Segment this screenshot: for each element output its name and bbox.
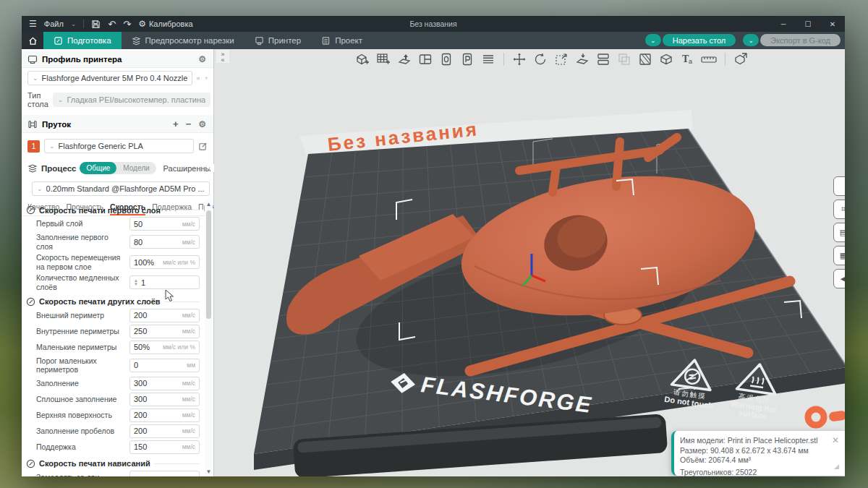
printer-icon [255, 36, 264, 46]
text-tool-icon[interactable]: Ta [679, 51, 695, 67]
printer-select[interactable]: ⌄ Flashforge Adventurer 5M Pro 0.4 Nozzl… [27, 71, 192, 85]
advanced-label: Расширенный [163, 164, 216, 173]
assistant-glyph[interactable] [808, 409, 845, 425]
auto-orient-icon[interactable] [396, 51, 412, 67]
process-scope-toggle[interactable]: Общие Модели [80, 162, 156, 174]
export-gcode-button[interactable]: Экспорт в G-код [760, 34, 841, 46]
scope-global[interactable]: Общие [80, 162, 116, 174]
viewport-toolbar: Ta [354, 51, 749, 67]
add-filament-icon[interactable]: + [173, 119, 179, 129]
collapse-right-panel-button[interactable]: ◀ [833, 269, 845, 288]
side-tool-button-2[interactable]: ⌗ [833, 200, 845, 219]
project-icon [321, 36, 331, 46]
value-input[interactable] [129, 471, 200, 476]
file-menu[interactable]: Файл [44, 20, 64, 28]
lay-on-face-icon[interactable] [574, 51, 590, 67]
bed-type-select[interactable]: ⌄ Гладкая PEI/высокотемпер. пластина [53, 93, 210, 107]
setting-row: Порог маленьких периметров 0мм [36, 356, 200, 374]
tab-printer[interactable]: Принтер [244, 32, 311, 49]
value-input[interactable]: 80мм/с [129, 235, 200, 249]
layers-stack-icon[interactable] [480, 51, 496, 67]
remove-filament-icon[interactable]: − [186, 119, 192, 129]
move-icon[interactable] [511, 51, 527, 67]
arrange-icon[interactable] [417, 51, 433, 67]
home-button[interactable] [22, 32, 43, 49]
setting-row: Замедлять за дви [36, 471, 200, 476]
minimize-button[interactable]: ─ [771, 16, 796, 32]
value-input[interactable]: 200мм/с [129, 408, 200, 422]
close-button[interactable]: ✕ [820, 16, 845, 32]
cut-icon[interactable] [595, 51, 611, 67]
value-input[interactable]: 150мм/с [129, 440, 200, 454]
value-input[interactable]: 250мм/с [129, 325, 200, 338]
group-header: Скорость печати нависаний [26, 459, 200, 468]
filament-settings-gear-icon[interactable]: ⚙ [198, 120, 206, 129]
chevron-down-icon[interactable]: ⌄ [71, 20, 77, 27]
filament-select[interactable]: ⌄ Flashforge Generic PLA [44, 139, 194, 153]
value-input[interactable]: 50%мм/с или % [129, 341, 200, 354]
process-profile-value: 0.20mm Standard @Flashforge AD5M Pro ... [46, 184, 205, 193]
tab-preview[interactable]: Предпросмотр нарезки [122, 32, 244, 49]
sidebar-collapse-handle[interactable]: »« [216, 50, 229, 63]
export-options-chevron[interactable]: ⌄ [743, 34, 759, 46]
rotate-icon[interactable] [532, 51, 548, 67]
scroll-up-icon[interactable]: ▲ [205, 201, 213, 207]
scope-objects[interactable]: Модели [116, 162, 156, 174]
filament-section-header: Пруток + − ⚙ [22, 115, 213, 133]
calibration-button[interactable]: Калибровка [149, 20, 193, 28]
edit-printer-icon[interactable] [197, 74, 200, 83]
calibration-icon[interactable]: ⚙ [138, 19, 146, 29]
side-tool-button-4[interactable]: ▦ [833, 246, 845, 265]
assembly-icon[interactable] [733, 51, 749, 67]
value-input[interactable]: 300мм/с [129, 393, 200, 406]
value-input[interactable]: 300мм/с [129, 377, 200, 390]
setting-row: Внешний периметр 200мм/с [36, 309, 200, 322]
edit-filament-icon[interactable] [198, 142, 208, 151]
scrollbar-thumb[interactable] [206, 210, 211, 319]
scene-svg: Без названия [214, 49, 845, 476]
setting-row: Верхняя поверхность 200мм/с [36, 408, 200, 422]
right-toolbar: ⌗ ▤ ▦ ◀ [833, 176, 845, 288]
import-geometry-icon[interactable] [438, 51, 454, 67]
save-icon[interactable] [91, 20, 101, 29]
value-input[interactable]: 200мм/с [129, 424, 200, 438]
viewport-3d[interactable]: Без названия [214, 49, 845, 476]
measure-icon[interactable] [700, 51, 718, 67]
printer-settings-gear-icon[interactable]: ⚙ [198, 55, 206, 64]
settings-scrollbar[interactable]: ▲ ▼ [205, 200, 213, 476]
setting-row: Поддержка 150мм/с [36, 440, 200, 454]
tab-prepare[interactable]: Подготовка [43, 32, 122, 49]
value-stepper[interactable]: ▲▼1 [129, 275, 200, 289]
slice-button[interactable]: Нарезать стол [663, 34, 736, 46]
import-params-icon[interactable] [459, 51, 475, 67]
value-input[interactable]: 200мм/с [129, 309, 200, 322]
mesh-boolean-icon[interactable] [616, 51, 632, 67]
value-input[interactable]: 100%мм/с или % [129, 255, 200, 269]
filament-name: Flashforge Generic PLA [59, 142, 143, 150]
value-input[interactable]: 0мм [129, 359, 200, 372]
side-tool-button-3[interactable]: ▤ [833, 223, 845, 242]
scale-icon[interactable] [553, 51, 569, 67]
setting-row: Количество медленных слоёв ▲▼1 [36, 273, 200, 291]
slice-options-chevron[interactable]: ⌄ [645, 34, 661, 46]
speed-group-icon [26, 297, 35, 307]
paint-icon[interactable] [637, 51, 653, 67]
undo-icon[interactable]: ↶ [108, 19, 116, 30]
close-info-icon[interactable]: ✕ [832, 435, 839, 447]
hamburger-menu-icon[interactable]: ☰ [29, 19, 37, 29]
value-input[interactable]: 50мм/с [129, 217, 200, 231]
printer-profile-icon [27, 54, 38, 64]
filament-slot-badge: 1 [27, 140, 40, 153]
maximize-button[interactable]: ☐ [796, 16, 820, 32]
add-plate-icon[interactable] [375, 51, 391, 67]
scroll-down-icon[interactable]: ▼ [205, 468, 213, 475]
tab-project[interactable]: Проект [311, 32, 373, 49]
side-tool-button-1[interactable] [833, 176, 845, 196]
redo-icon[interactable]: ↷ [123, 19, 131, 30]
stepper-arrows-icon[interactable]: ▲▼ [134, 279, 138, 287]
cube-icon[interactable] [658, 51, 674, 67]
add-model-icon[interactable] [354, 51, 370, 67]
mouse-cursor [165, 289, 174, 302]
setting-row: Сплошное заполнение 300мм/с [36, 393, 200, 406]
process-profile-select[interactable]: ⌄ 0.20mm Standard @Flashforge AD5M Pro .… [32, 181, 210, 196]
